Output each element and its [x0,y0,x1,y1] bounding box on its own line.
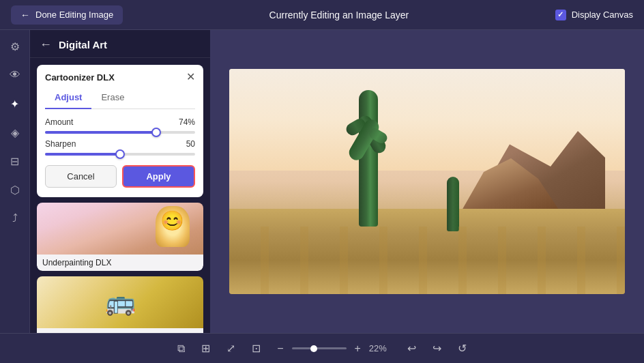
refresh-icon[interactable]: ↺ [455,339,469,358]
effect-thumb-oilpainting [37,276,203,328]
cartoonizer-card: Cartoonizer DLX ✕ Adjust Erase Amount 74… [37,65,203,197]
done-editing-button[interactable]: ← Done Editing Image [11,5,123,25]
display-canvas-checkbox[interactable] [555,10,566,20]
zoom-percent: 22% [369,343,394,353]
expand-icon[interactable]: ⤢ [224,339,238,358]
cactus-arm-right2 [367,126,389,145]
sidebar-icon-mask[interactable]: ⬡ [5,180,25,199]
canvas-image [229,69,625,294]
sharpen-slider-row: Sharpen 50 [45,139,195,156]
layers-icon[interactable]: ⧉ [175,340,188,358]
sharpen-slider-track[interactable] [45,153,195,156]
zoom-out-icon[interactable]: − [274,340,286,358]
cactus-body [359,90,378,227]
icon-sidebar: ⚙ 👁 ✦ ◈ ⊟ ⬡ ⤴ [0,30,30,333]
zoom-in-icon[interactable]: + [352,340,364,358]
amount-slider-track[interactable] [45,131,195,134]
sidebar-icon-eye[interactable]: 👁 [5,66,25,85]
crop-icon[interactable]: ⊡ [249,339,263,358]
zoom-slider[interactable] [292,347,347,349]
sharpen-slider-fill [45,153,120,156]
tab-adjust[interactable]: Adjust [45,89,91,109]
cancel-button[interactable]: Cancel [45,165,117,188]
sharpen-label: Sharpen [45,139,76,149]
tab-erase[interactable]: Erase [91,89,134,109]
sharpen-value: 50 [186,139,195,149]
panel-header: ← Digital Art [30,30,210,58]
top-bar: ← Done Editing Image Currently Editing a… [0,0,644,30]
done-editing-label: Done Editing Image [35,10,113,20]
effect-item-underpainting[interactable]: Underpainting DLX [37,203,203,271]
back-arrow-icon: ← [20,10,30,20]
card-close-button[interactable]: ✕ [186,72,195,83]
panel-area: ← Digital Art Cartoonizer DLX ✕ Adjust E… [30,30,210,333]
foreground-cactus [447,177,459,231]
sharpen-label-row: Sharpen 50 [45,139,195,149]
card-actions: Cancel Apply [45,165,195,188]
amount-slider-fill [45,131,156,134]
desert-plants [229,227,625,294]
zoom-thumb[interactable] [310,345,317,352]
sidebar-icon-layers[interactable]: ⊟ [5,151,25,171]
sidebar-icon-stars[interactable]: ✦ [5,94,25,113]
card-title: Cartoonizer DLX [45,72,115,83]
cactus-main [348,90,389,227]
amount-slider-thumb[interactable] [151,128,161,137]
amount-label: Amount [45,117,73,127]
undo-icon[interactable]: ↩ [405,339,419,358]
grid-icon[interactable]: ⊞ [199,339,213,358]
apply-button[interactable]: Apply [122,165,195,188]
zoom-control: − + 22% [274,340,394,358]
sharpen-slider-thumb[interactable] [115,149,125,159]
sidebar-icon-export[interactable]: ⤴ [5,209,25,228]
effect-thumb-underpainting [37,203,203,255]
effect-list: Underpainting DLX Oil Painting DLX [30,203,210,333]
cactus-scene [229,69,625,294]
effect-label-oilpainting: Oil Painting DLX [37,328,203,333]
panel-title: Digital Art [59,39,107,50]
redo-icon[interactable]: ↪ [430,339,444,358]
page-title: Currently Editing an Image Layer [269,10,409,20]
card-tabs: Adjust Erase [45,89,195,109]
amount-value: 74% [179,117,195,127]
display-canvas-label: Display Canvas [572,10,633,20]
amount-label-row: Amount 74% [45,117,195,127]
sidebar-icon-sliders[interactable]: ⚙ [5,37,25,56]
bottom-bar: ⧉ ⊞ ⤢ ⊡ − + 22% ↩ ↪ ↺ [0,333,644,363]
effect-item-oilpainting[interactable]: Oil Painting DLX [37,276,203,333]
effect-label-underpainting: Underpainting DLX [37,255,203,271]
canvas-area [210,30,644,333]
display-canvas-wrap: Display Canvas [555,10,633,20]
sidebar-icon-adjust[interactable]: ◈ [5,123,25,142]
panel-back-button[interactable]: ← [40,38,52,50]
card-header: Cartoonizer DLX ✕ [45,72,195,83]
main-area: ⚙ 👁 ✦ ◈ ⊟ ⬡ ⤴ ← Digital Art Cartoonizer … [0,30,644,333]
amount-slider-row: Amount 74% [45,117,195,134]
